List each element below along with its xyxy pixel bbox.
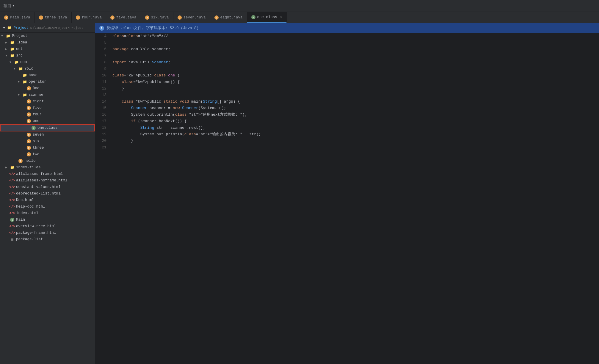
tab-icon-one-class: ♻ [251, 15, 255, 19]
sidebar-item-four-java[interactable]: Cfour [0, 111, 95, 118]
tree-arrow-scanner-folder: ▼ [18, 93, 22, 97]
tab-label-main-java: Main.java [10, 15, 30, 20]
code-line-10: class="kw">public class one { [112, 72, 599, 79]
tree-label-eight-java: eight [33, 99, 44, 103]
sidebar-item-operator-folder[interactable]: ▼📁operator [0, 79, 95, 85]
code-line-6: package com.Yolo.scanner; [112, 46, 599, 53]
tree-icon-doc-java: C [26, 86, 32, 91]
project-menu[interactable]: 项目 ▼ [4, 3, 14, 9]
sidebar-item-hello-java[interactable]: Chello [0, 158, 95, 164]
sidebar-item-two-java[interactable]: Ctwo [0, 151, 95, 158]
sidebar-item-six-java[interactable]: Csix [0, 138, 95, 145]
tab-icon-main-java: J [4, 15, 8, 20]
tree-icon-operator-folder: 📁 [22, 79, 27, 84]
tree-icon-one-java: C [26, 119, 32, 123]
sidebar-item-five-java[interactable]: Cfive [0, 105, 95, 111]
sidebar: ▼ 📁 Project D:\IDEA\IDEAProject\Project … [0, 23, 95, 364]
tree-label-project-root: Project [12, 34, 28, 38]
main-area: ▼ 📁 Project D:\IDEA\IDEAProject\Project … [0, 23, 599, 364]
sidebar-item-seven-java[interactable]: Cseven [0, 131, 95, 138]
sidebar-item-allclasses-frame-html[interactable]: </>allclasses-frame.html [0, 171, 95, 177]
tab-label-five-java: five.java [116, 15, 137, 20]
code-line-16: System.out.println(class="st">"使用next方式接… [112, 112, 599, 118]
sidebar-item-doc-java[interactable]: CDoc [0, 85, 95, 92]
tree-arrow-src-folder: ▼ [5, 54, 10, 57]
sidebar-item-out-folder[interactable]: ▶📁out [0, 46, 95, 52]
code-line-8: import java.util.Scanner; [112, 59, 599, 66]
sidebar-item-doc-html[interactable]: </>Doc.html [0, 197, 95, 203]
tab-four-java[interactable]: Jfour.java [72, 12, 106, 23]
sidebar-item-project-root[interactable]: ▼📁Project [0, 33, 95, 39]
sidebar-item-overview-tree-html[interactable]: </>overview-tree.html [0, 223, 95, 230]
tree-label-deprecated-list-html: deprecated-list.html [16, 192, 61, 196]
sidebar-item-src-folder[interactable]: ▼📁src [0, 52, 95, 59]
tree-label-three-java: three [33, 146, 44, 150]
tab-close-one-class[interactable]: × [280, 15, 282, 19]
tab-six-java[interactable]: Jsix.java [141, 12, 173, 23]
sidebar-item-index-files-folder[interactable]: ▶📁index-files [0, 164, 95, 171]
tabs-bar: JMain.javaJthree.javaJfour.javaJfive.jav… [0, 12, 599, 23]
sidebar-item-scanner-folder[interactable]: ▼📁scanner [0, 92, 95, 98]
tree-label-yolo-folder: Yolo [24, 67, 33, 71]
tree-icon-overview-tree-html: </> [10, 224, 15, 229]
sidebar-item-help-doc-html[interactable]: </>help-doc.html [0, 203, 95, 210]
info-bar-text: 反编译 .class文件, 字节码版本: 52.0 (Java 8) [106, 26, 199, 31]
tree-arrow-out-folder: ▶ [5, 47, 10, 51]
sidebar-item-base-folder[interactable]: 📁base [0, 72, 95, 79]
tree-label-four-java: four [33, 112, 42, 117]
tree-icon-yolo-folder: 📁 [18, 66, 23, 71]
code-line-20: } [112, 138, 599, 144]
line-number-21: 21 [98, 144, 106, 151]
code-line-12: } [112, 85, 599, 92]
sidebar-item-allclasses-noframe-html[interactable]: </>allclasses-noframe.html [0, 177, 95, 184]
tree-icon-allclasses-noframe-html: </> [10, 178, 15, 183]
tree-label-doc-html: Doc.html [16, 198, 34, 202]
sidebar-project-label: ▼ 📁 [3, 26, 12, 30]
tree-arrow-index-files-folder: ▶ [5, 166, 10, 169]
sidebar-item-idea-folder[interactable]: ▶📁.idea [0, 39, 95, 46]
code-line-5 [112, 40, 599, 46]
tree-label-scanner-folder: scanner [29, 93, 44, 97]
sidebar-item-three-java[interactable]: Cthree [0, 145, 95, 151]
line-number-18: 18 [98, 125, 106, 131]
code-line-18: String str = scanner.next(); [112, 125, 599, 131]
line-number-8: 8 [98, 59, 106, 66]
tree-label-package-list: package-list [16, 237, 43, 241]
sidebar-tree: ▼📁Project▶📁.idea▶📁out▼📁src▼📁com▼📁Yolo📁ba… [0, 33, 95, 243]
tree-icon-help-doc-html: </> [10, 204, 15, 209]
tree-label-two-java: two [33, 152, 40, 156]
sidebar-item-yolo-folder[interactable]: ▼📁Yolo [0, 65, 95, 72]
tab-one-class[interactable]: ♻one.class× [247, 12, 287, 23]
sidebar-item-constant-values-html[interactable]: </>constant-values.html [0, 184, 95, 190]
sidebar-item-com-folder[interactable]: ▼📁com [0, 59, 95, 65]
info-icon: ℹ [99, 26, 104, 31]
sidebar-item-package-list[interactable]: ☰package-list [0, 236, 95, 243]
tab-seven-java[interactable]: Jseven.java [173, 12, 210, 23]
sidebar-item-one-java[interactable]: Cone [0, 118, 95, 124]
sidebar-item-package-frame-html[interactable]: </>package-frame.html [0, 230, 95, 236]
line-number-16: 16 [98, 112, 106, 118]
line-number-7: 7 [98, 53, 106, 59]
tree-label-one-java: one [33, 119, 40, 123]
tree-label-one-class-file: one.class [37, 126, 58, 130]
code-line-15: Scanner scanner = new Scanner(System.in)… [112, 105, 599, 112]
tree-icon-package-frame-html: </> [10, 230, 15, 235]
tree-icon-three-java: C [26, 145, 32, 150]
sidebar-item-deprecated-list-html[interactable]: </>deprecated-list.html [0, 190, 95, 197]
tree-label-idea-folder: .idea [16, 40, 27, 45]
tab-main-java[interactable]: JMain.java [0, 12, 35, 23]
sidebar-item-main-class-file[interactable]: ♻Main [0, 216, 95, 223]
sidebar-item-eight-java[interactable]: Ceight [0, 98, 95, 105]
tab-three-java[interactable]: Jthree.java [35, 12, 72, 23]
tab-eight-java[interactable]: Jeight.java [210, 12, 247, 23]
line-number-14: 14 [98, 98, 106, 105]
sidebar-item-one-class-file[interactable]: ♻one.class [0, 124, 95, 131]
tree-label-hello-java: hello [24, 159, 36, 163]
code-container[interactable]: 456789101112131415161718192021 class=cla… [95, 33, 599, 364]
tree-icon-idea-folder: 📁 [10, 40, 15, 45]
tab-five-java[interactable]: Jfive.java [106, 12, 141, 23]
project-menu-chevron: ▼ [12, 4, 14, 7]
tree-label-package-frame-html: package-frame.html [16, 231, 56, 235]
tree-arrow-project-root: ▼ [1, 34, 5, 38]
sidebar-item-index-html[interactable]: </>index.html [0, 210, 95, 216]
